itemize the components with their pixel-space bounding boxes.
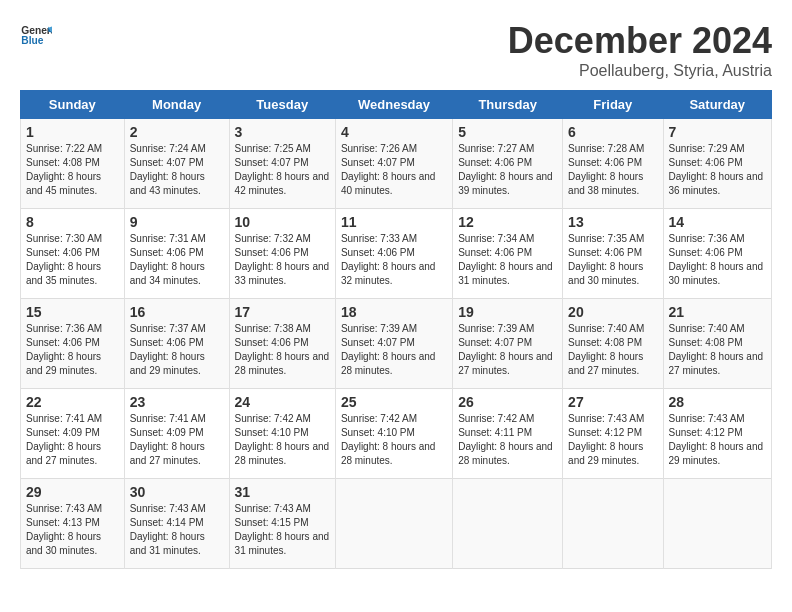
day-info: Sunrise: 7:24 AM Sunset: 4:07 PM Dayligh… bbox=[130, 142, 224, 198]
header-thursday: Thursday bbox=[453, 91, 563, 119]
calendar-cell: 26 Sunrise: 7:42 AM Sunset: 4:11 PM Dayl… bbox=[453, 389, 563, 479]
daylight-label: Daylight: 8 hours and 40 minutes. bbox=[341, 171, 436, 196]
day-number: 25 bbox=[341, 394, 447, 410]
sunset-label: Sunset: 4:06 PM bbox=[130, 337, 204, 348]
day-info: Sunrise: 7:36 AM Sunset: 4:06 PM Dayligh… bbox=[669, 232, 766, 288]
sunset-label: Sunset: 4:06 PM bbox=[458, 247, 532, 258]
day-number: 20 bbox=[568, 304, 657, 320]
sunset-label: Sunset: 4:06 PM bbox=[235, 337, 309, 348]
day-number: 18 bbox=[341, 304, 447, 320]
sunrise-label: Sunrise: 7:41 AM bbox=[130, 413, 206, 424]
sunrise-label: Sunrise: 7:36 AM bbox=[669, 233, 745, 244]
daylight-label: Daylight: 8 hours and 42 minutes. bbox=[235, 171, 330, 196]
day-info: Sunrise: 7:42 AM Sunset: 4:10 PM Dayligh… bbox=[235, 412, 330, 468]
sunrise-label: Sunrise: 7:42 AM bbox=[235, 413, 311, 424]
sunrise-label: Sunrise: 7:28 AM bbox=[568, 143, 644, 154]
day-info: Sunrise: 7:40 AM Sunset: 4:08 PM Dayligh… bbox=[669, 322, 766, 378]
day-info: Sunrise: 7:43 AM Sunset: 4:12 PM Dayligh… bbox=[568, 412, 657, 468]
calendar-cell bbox=[663, 479, 771, 569]
day-number: 28 bbox=[669, 394, 766, 410]
header-monday: Monday bbox=[124, 91, 229, 119]
day-info: Sunrise: 7:39 AM Sunset: 4:07 PM Dayligh… bbox=[341, 322, 447, 378]
sunrise-label: Sunrise: 7:43 AM bbox=[26, 503, 102, 514]
header-friday: Friday bbox=[563, 91, 663, 119]
sunrise-label: Sunrise: 7:34 AM bbox=[458, 233, 534, 244]
day-info: Sunrise: 7:34 AM Sunset: 4:06 PM Dayligh… bbox=[458, 232, 557, 288]
calendar-cell: 2 Sunrise: 7:24 AM Sunset: 4:07 PM Dayli… bbox=[124, 119, 229, 209]
daylight-label: Daylight: 8 hours and 27 minutes. bbox=[568, 351, 643, 376]
sunset-label: Sunset: 4:12 PM bbox=[669, 427, 743, 438]
day-number: 15 bbox=[26, 304, 119, 320]
sunset-label: Sunset: 4:09 PM bbox=[26, 427, 100, 438]
sunrise-label: Sunrise: 7:33 AM bbox=[341, 233, 417, 244]
header: General Blue December 2024 Poellauberg, … bbox=[20, 20, 772, 80]
day-info: Sunrise: 7:35 AM Sunset: 4:06 PM Dayligh… bbox=[568, 232, 657, 288]
sunset-label: Sunset: 4:07 PM bbox=[235, 157, 309, 168]
calendar-week-4: 22 Sunrise: 7:41 AM Sunset: 4:09 PM Dayl… bbox=[21, 389, 772, 479]
logo-icon: General Blue bbox=[20, 20, 52, 52]
day-number: 3 bbox=[235, 124, 330, 140]
daylight-label: Daylight: 8 hours and 29 minutes. bbox=[669, 441, 764, 466]
calendar-cell: 31 Sunrise: 7:43 AM Sunset: 4:15 PM Dayl… bbox=[229, 479, 335, 569]
daylight-label: Daylight: 8 hours and 32 minutes. bbox=[341, 261, 436, 286]
day-info: Sunrise: 7:27 AM Sunset: 4:06 PM Dayligh… bbox=[458, 142, 557, 198]
day-number: 29 bbox=[26, 484, 119, 500]
sunset-label: Sunset: 4:06 PM bbox=[458, 157, 532, 168]
sunset-label: Sunset: 4:13 PM bbox=[26, 517, 100, 528]
day-number: 1 bbox=[26, 124, 119, 140]
daylight-label: Daylight: 8 hours and 29 minutes. bbox=[130, 351, 205, 376]
calendar-cell: 3 Sunrise: 7:25 AM Sunset: 4:07 PM Dayli… bbox=[229, 119, 335, 209]
calendar-week-3: 15 Sunrise: 7:36 AM Sunset: 4:06 PM Dayl… bbox=[21, 299, 772, 389]
header-row: Sunday Monday Tuesday Wednesday Thursday… bbox=[21, 91, 772, 119]
day-info: Sunrise: 7:42 AM Sunset: 4:10 PM Dayligh… bbox=[341, 412, 447, 468]
calendar-body: 1 Sunrise: 7:22 AM Sunset: 4:08 PM Dayli… bbox=[21, 119, 772, 569]
sunrise-label: Sunrise: 7:31 AM bbox=[130, 233, 206, 244]
daylight-label: Daylight: 8 hours and 33 minutes. bbox=[235, 261, 330, 286]
day-number: 16 bbox=[130, 304, 224, 320]
daylight-label: Daylight: 8 hours and 34 minutes. bbox=[130, 261, 205, 286]
calendar-cell bbox=[453, 479, 563, 569]
calendar-cell: 30 Sunrise: 7:43 AM Sunset: 4:14 PM Dayl… bbox=[124, 479, 229, 569]
sunrise-label: Sunrise: 7:24 AM bbox=[130, 143, 206, 154]
sunset-label: Sunset: 4:06 PM bbox=[26, 247, 100, 258]
daylight-label: Daylight: 8 hours and 28 minutes. bbox=[235, 351, 330, 376]
daylight-label: Daylight: 8 hours and 27 minutes. bbox=[458, 351, 553, 376]
day-number: 24 bbox=[235, 394, 330, 410]
day-number: 31 bbox=[235, 484, 330, 500]
calendar-subtitle: Poellauberg, Styria, Austria bbox=[508, 62, 772, 80]
calendar-cell bbox=[563, 479, 663, 569]
sunset-label: Sunset: 4:07 PM bbox=[130, 157, 204, 168]
day-info: Sunrise: 7:25 AM Sunset: 4:07 PM Dayligh… bbox=[235, 142, 330, 198]
sunset-label: Sunset: 4:08 PM bbox=[669, 337, 743, 348]
daylight-label: Daylight: 8 hours and 28 minutes. bbox=[341, 441, 436, 466]
day-info: Sunrise: 7:43 AM Sunset: 4:15 PM Dayligh… bbox=[235, 502, 330, 558]
calendar-week-5: 29 Sunrise: 7:43 AM Sunset: 4:13 PM Dayl… bbox=[21, 479, 772, 569]
sunrise-label: Sunrise: 7:40 AM bbox=[568, 323, 644, 334]
sunset-label: Sunset: 4:06 PM bbox=[235, 247, 309, 258]
sunrise-label: Sunrise: 7:35 AM bbox=[568, 233, 644, 244]
calendar-cell: 16 Sunrise: 7:37 AM Sunset: 4:06 PM Dayl… bbox=[124, 299, 229, 389]
sunrise-label: Sunrise: 7:43 AM bbox=[130, 503, 206, 514]
sunrise-label: Sunrise: 7:30 AM bbox=[26, 233, 102, 244]
day-info: Sunrise: 7:43 AM Sunset: 4:12 PM Dayligh… bbox=[669, 412, 766, 468]
daylight-label: Daylight: 8 hours and 28 minutes. bbox=[235, 441, 330, 466]
sunset-label: Sunset: 4:09 PM bbox=[130, 427, 204, 438]
sunset-label: Sunset: 4:06 PM bbox=[568, 157, 642, 168]
day-number: 9 bbox=[130, 214, 224, 230]
sunrise-label: Sunrise: 7:32 AM bbox=[235, 233, 311, 244]
calendar-cell: 28 Sunrise: 7:43 AM Sunset: 4:12 PM Dayl… bbox=[663, 389, 771, 479]
day-number: 21 bbox=[669, 304, 766, 320]
calendar-cell: 22 Sunrise: 7:41 AM Sunset: 4:09 PM Dayl… bbox=[21, 389, 125, 479]
calendar-header: Sunday Monday Tuesday Wednesday Thursday… bbox=[21, 91, 772, 119]
daylight-label: Daylight: 8 hours and 29 minutes. bbox=[568, 441, 643, 466]
day-info: Sunrise: 7:41 AM Sunset: 4:09 PM Dayligh… bbox=[26, 412, 119, 468]
sunrise-label: Sunrise: 7:37 AM bbox=[130, 323, 206, 334]
day-number: 22 bbox=[26, 394, 119, 410]
sunset-label: Sunset: 4:06 PM bbox=[26, 337, 100, 348]
sunrise-label: Sunrise: 7:38 AM bbox=[235, 323, 311, 334]
sunset-label: Sunset: 4:06 PM bbox=[669, 247, 743, 258]
daylight-label: Daylight: 8 hours and 28 minutes. bbox=[458, 441, 553, 466]
sunset-label: Sunset: 4:12 PM bbox=[568, 427, 642, 438]
calendar-cell bbox=[335, 479, 452, 569]
day-number: 14 bbox=[669, 214, 766, 230]
